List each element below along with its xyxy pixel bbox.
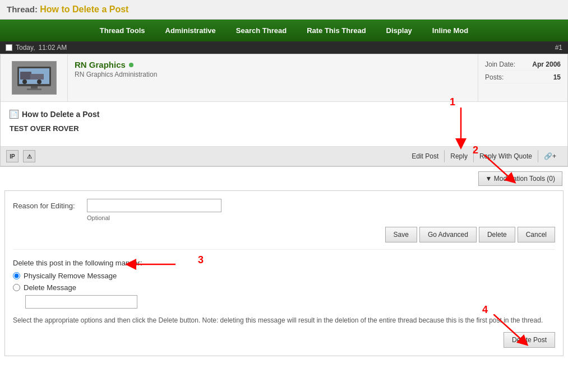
post-number: #1: [555, 44, 562, 52]
save-buttons-row: Save Go Advanced Delete Cancel: [13, 227, 555, 250]
nav-search-thread[interactable]: Search Thread: [226, 20, 297, 41]
user-details: RN Graphics RN Graphics Administration: [68, 54, 478, 101]
join-value: Apr 2006: [532, 60, 561, 68]
nav-bar: Thread Tools Administrative Search Threa…: [0, 20, 568, 41]
user-stats: Join Date: Apr 2006 Posts: 15: [478, 54, 567, 101]
username: RN Graphics: [75, 60, 471, 69]
ip-icon[interactable]: IP: [6, 150, 19, 162]
user-avatar-section: [1, 54, 68, 101]
go-advanced-button[interactable]: Go Advanced: [419, 227, 477, 242]
post-action-bar: IP ⚠ Edit Post Reply Reply With Quote 🔗+: [1, 147, 567, 166]
action-icons: IP ⚠: [6, 150, 35, 162]
nav-display[interactable]: Display: [376, 20, 422, 41]
avatar-image: [15, 64, 54, 92]
post-time: 11:02 AM: [38, 44, 67, 52]
post-container: RN Graphics RN Graphics Administration J…: [0, 54, 568, 167]
mod-tools-row: ▼ Moderation Tools (0) 2: [0, 167, 568, 190]
delete-message-label[interactable]: Delete Message: [24, 283, 76, 292]
post-meta-left: Today, 11:02 AM: [6, 44, 67, 52]
delete-manner-title: Delete this post in the following manner…: [13, 259, 555, 267]
svg-rect-2: [20, 72, 31, 80]
post-body: TEST OVER ROVER: [10, 124, 558, 133]
posts-label: Posts:: [485, 73, 504, 81]
physically-remove-label[interactable]: Physically Remove Message: [24, 272, 117, 280]
join-label: Join Date:: [485, 60, 515, 68]
post-title-line: 📄 How to Delete a Post: [10, 110, 558, 119]
flag-icon[interactable]: ⚠: [23, 150, 35, 162]
svg-rect-3: [30, 74, 44, 80]
page-title: Thread: How to Delete a Post: [0, 0, 568, 20]
nav-administrative[interactable]: Administrative: [155, 20, 226, 41]
post-title: How to Delete a Post: [22, 110, 99, 119]
user-info-row: RN Graphics RN Graphics Administration J…: [1, 54, 567, 102]
avatar: [12, 61, 57, 95]
post-title-icon: 📄: [10, 110, 19, 119]
post-meta-bar: Today, 11:02 AM #1: [0, 41, 568, 54]
delete-message-row: Delete Message: [13, 283, 555, 292]
delete-message-radio[interactable]: [13, 284, 20, 291]
nav-rate-thread[interactable]: Rate This Thread: [297, 20, 376, 41]
delete-post-row: Delete Post 4: [13, 332, 555, 348]
cancel-button[interactable]: Cancel: [518, 227, 555, 242]
multi-quote-button[interactable]: 🔗+: [538, 150, 562, 162]
action-buttons: Edit Post Reply Reply With Quote 🔗+: [406, 150, 562, 162]
save-button[interactable]: Save: [385, 227, 417, 242]
user-role: RN Graphics Administration: [75, 71, 471, 78]
posts-row: Posts: 15: [485, 72, 561, 83]
online-indicator: [129, 63, 133, 67]
delete-manner-section: Delete this post in the following manner…: [13, 259, 555, 309]
thread-label: Thread:: [7, 4, 38, 14]
reply-quote-button[interactable]: Reply With Quote: [474, 150, 538, 162]
edit-section: Reason for Editing: Optional Save Go Adv…: [4, 190, 564, 356]
join-date-row: Join Date: Apr 2006: [485, 59, 561, 71]
delete-post-button[interactable]: Delete Post: [504, 332, 555, 348]
edit-post-button[interactable]: Edit Post: [406, 150, 445, 162]
post-content: 📄 How to Delete a Post TEST OVER ROVER 1: [1, 102, 567, 147]
delete-note: Select the appropriate options and then …: [13, 315, 555, 325]
physically-remove-row: Physically Remove Message 3: [13, 272, 555, 280]
reason-input[interactable]: [87, 199, 221, 212]
physically-remove-radio[interactable]: [13, 272, 20, 279]
document-icon: [6, 44, 12, 51]
reply-button[interactable]: Reply: [445, 150, 474, 162]
delete-reason-input[interactable]: [25, 295, 137, 309]
svg-rect-7: [27, 88, 41, 90]
svg-point-4: [22, 80, 27, 84]
nav-thread-tools[interactable]: Thread Tools: [90, 20, 155, 41]
optional-hint: Optional: [87, 214, 555, 221]
post-date: Today,: [16, 44, 35, 52]
nav-inline-mod[interactable]: Inline Mod: [422, 20, 478, 41]
posts-value: 15: [553, 73, 561, 81]
svg-point-5: [37, 80, 41, 84]
thread-name: How to Delete a Post: [40, 4, 128, 14]
delete-button[interactable]: Delete: [479, 227, 515, 242]
reason-label: Reason for Editing:: [13, 202, 80, 210]
reason-row: Reason for Editing:: [13, 199, 555, 212]
moderation-tools-button[interactable]: ▼ Moderation Tools (0): [478, 171, 562, 186]
